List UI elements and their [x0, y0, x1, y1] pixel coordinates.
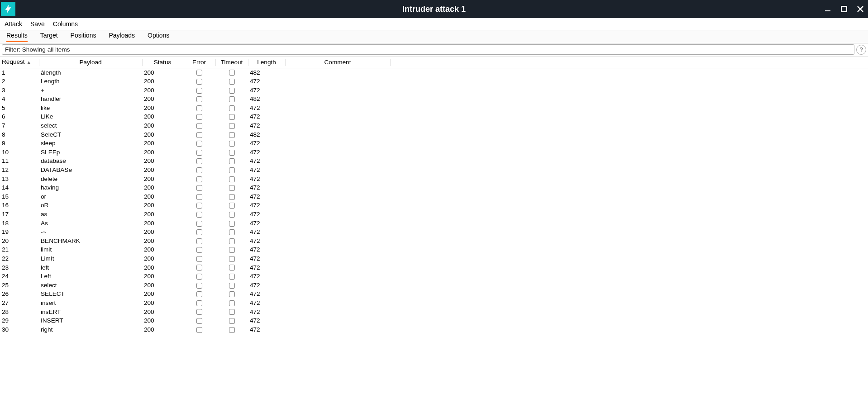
table-row[interactable]: 26SELECT200472: [0, 290, 868, 299]
cell-length: 472: [248, 219, 285, 228]
minimize-button[interactable]: [823, 4, 833, 14]
filter-input[interactable]: [2, 44, 854, 55]
table-row[interactable]: 9sleep200472: [0, 139, 868, 148]
cell-status: 200: [142, 148, 183, 157]
checkbox-icon: [196, 114, 202, 120]
cell-timeout: [215, 299, 248, 308]
tab-results[interactable]: Results: [6, 32, 28, 42]
cell-error: [183, 148, 215, 157]
checkbox-icon: [196, 256, 202, 262]
table-row[interactable]: 14having200472: [0, 183, 868, 192]
table-row[interactable]: 17as200472: [0, 210, 868, 219]
cell-length: 472: [248, 254, 285, 263]
tab-options[interactable]: Options: [148, 32, 169, 42]
cell-error: [183, 316, 215, 325]
cell-length: 472: [248, 281, 285, 290]
cell-error: [183, 228, 215, 237]
table-row[interactable]: 4handler200482: [0, 95, 868, 104]
table-row[interactable]: 21limit200472: [0, 245, 868, 254]
checkbox-icon: [229, 70, 235, 76]
table-row[interactable]: 19-~200472: [0, 228, 868, 237]
checkbox-icon: [229, 283, 235, 289]
table-row[interactable]: 27insert200472: [0, 299, 868, 308]
cell-length: 472: [248, 201, 285, 210]
cell-request: 10: [0, 148, 39, 157]
col-header-request[interactable]: Request▲: [0, 57, 39, 68]
col-header-timeout[interactable]: Timeout: [215, 57, 248, 68]
table-row[interactable]: 30right200472: [0, 325, 868, 334]
cell-status: 200: [142, 272, 183, 281]
col-header-status[interactable]: Status: [142, 57, 183, 68]
cell-request: 5: [0, 104, 39, 113]
checkbox-icon: [229, 300, 235, 306]
table-row[interactable]: 1âlength200482: [0, 68, 868, 77]
cell-error: [183, 192, 215, 201]
col-header-length[interactable]: Length: [248, 57, 285, 68]
cell-payload: left: [39, 263, 142, 272]
table-row[interactable]: 3+200472: [0, 86, 868, 95]
table-row[interactable]: 12DATABASe200472: [0, 166, 868, 175]
cell-error: [183, 139, 215, 148]
table-row[interactable]: 16oR200472: [0, 201, 868, 210]
cell-error: [183, 112, 215, 121]
tab-target[interactable]: Target: [40, 32, 58, 42]
checkbox-icon: [196, 238, 202, 244]
cell-comment: [285, 290, 390, 299]
table-row[interactable]: 5like200472: [0, 104, 868, 113]
checkbox-icon: [229, 309, 235, 315]
table-row[interactable]: 8SeleCT200482: [0, 130, 868, 139]
cell-timeout: [215, 121, 248, 130]
table-row[interactable]: 7select200472: [0, 121, 868, 130]
table-row[interactable]: 13delete200472: [0, 175, 868, 184]
menu-save[interactable]: Save: [30, 20, 45, 28]
table-row[interactable]: 18As200472: [0, 219, 868, 228]
close-button[interactable]: [855, 4, 865, 14]
checkbox-icon: [229, 96, 235, 102]
help-button[interactable]: ?: [856, 45, 866, 55]
tab-positions[interactable]: Positions: [71, 32, 96, 42]
table-row[interactable]: 25select200472: [0, 281, 868, 290]
table-row[interactable]: 10SLEEp200472: [0, 148, 868, 157]
table-row[interactable]: 24Left200472: [0, 272, 868, 281]
app-icon: [1, 2, 15, 16]
col-header-error[interactable]: Error: [183, 57, 215, 68]
cell-payload: select: [39, 121, 142, 130]
table-row[interactable]: 23left200472: [0, 263, 868, 272]
cell-comment: [285, 157, 390, 166]
cell-payload: delete: [39, 175, 142, 184]
maximize-button[interactable]: [839, 4, 849, 14]
menu-attack[interactable]: Attack: [5, 20, 22, 28]
cell-request: 4: [0, 95, 39, 104]
menu-columns[interactable]: Columns: [53, 20, 78, 28]
cell-status: 200: [142, 68, 183, 77]
table-row[interactable]: 28insERT200472: [0, 308, 868, 317]
checkbox-icon: [196, 158, 202, 164]
cell-payload: as: [39, 210, 142, 219]
col-header-comment[interactable]: Comment: [285, 57, 390, 68]
cell-request: 14: [0, 183, 39, 192]
table-row[interactable]: 11database200472: [0, 157, 868, 166]
checkbox-icon: [196, 247, 202, 253]
cell-error: [183, 77, 215, 86]
cell-length: 472: [248, 272, 285, 281]
table-row[interactable]: 29INSERT200472: [0, 316, 868, 325]
cell-request: 2: [0, 77, 39, 86]
tab-payloads[interactable]: Payloads: [109, 32, 135, 42]
cell-length: 472: [248, 316, 285, 325]
table-row[interactable]: 22LimIt200472: [0, 254, 868, 263]
cell-length: 482: [248, 95, 285, 104]
table-row[interactable]: 2Length200472: [0, 77, 868, 86]
cell-payload: or: [39, 192, 142, 201]
checkbox-icon: [196, 150, 202, 156]
checkbox-icon: [229, 167, 235, 173]
cell-timeout: [215, 237, 248, 246]
checkbox-icon: [229, 88, 235, 94]
col-header-payload[interactable]: Payload: [39, 57, 142, 68]
cell-length: 472: [248, 175, 285, 184]
cell-timeout: [215, 130, 248, 139]
checkbox-icon: [196, 141, 202, 147]
table-row[interactable]: 20BENCHMARK200472: [0, 237, 868, 246]
table-row[interactable]: 15or200472: [0, 192, 868, 201]
cell-payload: LiKe: [39, 112, 142, 121]
table-row[interactable]: 6LiKe200472: [0, 112, 868, 121]
